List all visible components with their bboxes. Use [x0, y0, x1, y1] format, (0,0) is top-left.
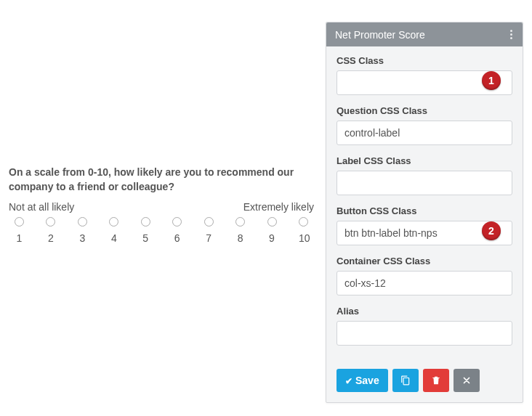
input-container-css-class[interactable] — [336, 271, 512, 295]
panel-body: CSS Class 1 Question CSS Class Label CSS… — [326, 46, 523, 364]
scale-number: 5 — [141, 232, 150, 244]
input-alias[interactable] — [336, 321, 512, 346]
scale-max-label: Extremely likely — [243, 201, 314, 213]
radio-1[interactable] — [15, 217, 24, 227]
scale-number: 3 — [78, 232, 87, 244]
scale-number: 7 — [204, 232, 214, 244]
callout-1: 1 — [482, 71, 501, 90]
scale-number: 6 — [172, 232, 182, 244]
check-icon — [345, 375, 355, 386]
kebab-icon[interactable] — [509, 28, 514, 41]
radio-10[interactable] — [299, 217, 308, 227]
radio-9[interactable] — [267, 217, 277, 227]
panel-footer: Save — [326, 364, 523, 402]
question-text: On a scale from 0-10, how likely are you… — [9, 166, 314, 194]
scale-min-label: Not at all likely — [9, 201, 74, 213]
nps-preview: On a scale from 0-10, how likely are you… — [9, 166, 314, 244]
scale-anchor-labels: Not at all likely Extremely likely — [9, 201, 314, 213]
panel-title: Net Promoter Score — [335, 29, 425, 41]
save-button-label: Save — [355, 375, 379, 386]
radio-8[interactable] — [235, 217, 245, 227]
scale-number: 8 — [235, 232, 245, 244]
label-label-css-class: Label CSS Class — [336, 155, 512, 166]
field-question-css-class: Question CSS Class — [336, 105, 512, 145]
scale-number: 2 — [46, 232, 55, 244]
radio-6[interactable] — [172, 217, 182, 227]
close-button[interactable] — [454, 369, 480, 392]
input-question-css-class[interactable] — [336, 121, 512, 145]
scale-radios — [9, 217, 314, 227]
scale-number: 9 — [267, 232, 277, 244]
field-css-class: CSS Class 1 — [336, 55, 512, 95]
duplicate-button[interactable] — [392, 369, 419, 392]
input-label-css-class[interactable] — [336, 171, 512, 195]
scale-number: 1 — [15, 232, 24, 244]
panel-header: Net Promoter Score — [326, 23, 523, 46]
delete-button[interactable] — [423, 369, 449, 392]
label-css-class: CSS Class — [336, 55, 512, 66]
trash-icon — [431, 375, 441, 386]
label-container-css-class: Container CSS Class — [336, 256, 512, 266]
field-alias: Alias — [336, 306, 512, 346]
field-label-css-class: Label CSS Class — [336, 155, 512, 195]
copy-icon — [400, 375, 411, 386]
radio-4[interactable] — [109, 217, 118, 227]
callout-2: 2 — [482, 221, 501, 240]
label-button-css-class: Button CSS Class — [336, 205, 512, 216]
close-icon — [462, 375, 472, 386]
save-button[interactable]: Save — [336, 369, 388, 392]
radio-7[interactable] — [204, 217, 214, 227]
settings-panel: Net Promoter Score CSS Class 1 Question … — [326, 22, 523, 403]
scale-number: 4 — [109, 232, 118, 244]
field-container-css-class: Container CSS Class — [336, 256, 512, 295]
label-alias: Alias — [336, 306, 512, 317]
radio-5[interactable] — [141, 217, 150, 227]
label-question-css-class: Question CSS Class — [336, 105, 512, 116]
radio-2[interactable] — [46, 217, 55, 227]
radio-3[interactable] — [78, 217, 87, 227]
scale-number: 10 — [299, 232, 308, 244]
field-button-css-class: Button CSS Class 2 — [336, 205, 512, 245]
scale-numbers: 1 2 3 4 5 6 7 8 9 10 — [9, 232, 314, 244]
